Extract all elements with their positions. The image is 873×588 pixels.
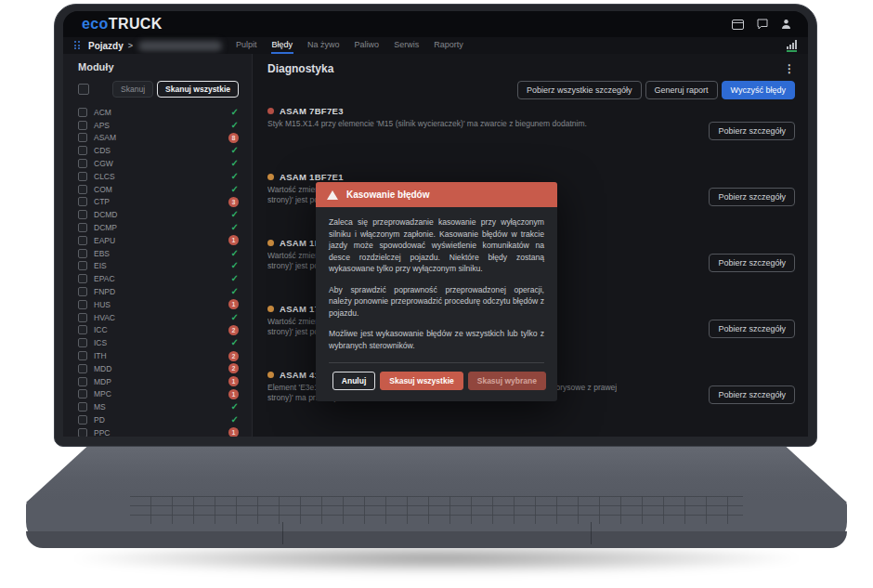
module-label: ICS [94,338,107,347]
module-checkbox[interactable] [78,223,87,232]
module-row-acm: ACM✓ [78,106,239,119]
diagnostics-header: Diagnostyka ⋮ [267,61,795,76]
module-row-com: COM✓ [78,183,239,196]
clear-all-button[interactable]: Skasuj wszystkie [380,372,463,390]
error-entry-head: ASAM 1BF7E1 [267,171,795,182]
error-count-badge: 2 [228,363,239,373]
ok-check-icon: ✓ [231,415,239,425]
tab-serwis[interactable]: Serwis [393,37,420,54]
module-checkbox[interactable] [78,364,87,373]
module-label: ITH [94,351,107,360]
laptop-keyboard-deck [26,447,847,503]
module-checkbox[interactable] [78,325,87,334]
kebab-menu-icon[interactable]: ⋮ [784,63,795,74]
module-label: APS [94,121,110,130]
window-icon[interactable] [732,20,744,30]
diagnostics-actions: Pobierz wszystkie szczegóły Generuj rapo… [267,81,795,99]
chat-icon[interactable] [757,19,768,30]
apps-grid-icon[interactable] [74,41,81,50]
generate-report-button[interactable]: Generuj raport [645,81,718,99]
sidebar-controls: Skanuj Skanuj wszystkie [78,81,239,98]
module-row-clcs: CLCS✓ [78,170,239,183]
error-count-badge: 1 [228,299,239,309]
modal-title: Kasowanie błędów [346,189,429,200]
scan-all-button[interactable]: Skanuj wszystkie [157,81,239,98]
module-row-cgw: CGW✓ [78,157,239,170]
module-label: COM [94,185,112,194]
module-row-pd: PD✓ [78,413,239,426]
tab-paliwo[interactable]: Paliwo [354,37,381,54]
module-row-eapu: EAPU1 [78,234,239,247]
module-checkbox[interactable] [78,249,87,258]
tab-błędy[interactable]: Błędy [271,37,294,54]
trackpad-divider-left [282,522,283,544]
download-details-button[interactable]: Pobierz szczegóły [709,122,795,140]
module-row-ebs: EBS✓ [78,247,239,260]
module-label: MDP [94,377,111,386]
sidebar-buttons: Skanuj Skanuj wszystkie [112,81,239,98]
module-checkbox[interactable] [78,197,87,206]
severity-dot-icon [267,108,274,114]
download-all-details-button[interactable]: Pobierz wszystkie szczegóły [517,81,642,99]
download-details-button[interactable]: Pobierz szczegóły [709,385,795,404]
cancel-button[interactable]: Anuluj [332,372,375,390]
tab-pulpit[interactable]: Pulpit [235,37,258,54]
download-details-button[interactable]: Pobierz szczegóły [709,320,795,338]
module-checkbox[interactable] [78,185,87,194]
clear-errors-button[interactable]: Wyczyść błędy [722,81,795,99]
download-details-button[interactable]: Pobierz szczegóły [709,254,795,272]
breadcrumb[interactable]: Pojazdy [88,41,124,51]
module-checkbox[interactable] [78,210,87,219]
module-row-cds: CDS✓ [78,144,239,157]
module-row-fnpd: FNPD✓ [78,285,239,298]
user-icon[interactable] [781,19,791,30]
module-label: MDD [94,364,111,373]
module-label: ACM [94,108,111,117]
module-checkbox[interactable] [78,428,87,437]
error-count-badge: 2 [228,325,239,335]
error-count-badge: 2 [228,351,239,361]
titlebar-icons [732,19,791,30]
module-row-hvac: HVAC✓ [78,311,239,324]
logo-truck: TRUCK [109,16,163,32]
module-checkbox[interactable] [78,133,87,142]
module-label: PPC [94,428,110,437]
module-checkbox[interactable] [78,287,87,296]
module-label: FNPD [94,287,115,296]
module-checkbox[interactable] [78,389,87,399]
ok-check-icon: ✓ [231,338,239,347]
module-checkbox[interactable] [78,159,87,168]
module-checkbox[interactable] [78,351,87,360]
module-checkbox[interactable] [78,172,87,181]
signal-bars-icon[interactable] [787,40,797,52]
module-checkbox[interactable] [78,236,87,245]
module-label: MPC [94,389,111,399]
select-all-checkbox[interactable] [78,84,89,95]
module-checkbox[interactable] [78,121,87,130]
error-count-badge: 1 [228,235,239,245]
tab-na-żywo[interactable]: Na żywo [306,37,341,54]
module-checkbox[interactable] [78,300,87,309]
vehicle-name-redacted[interactable] [138,41,222,51]
module-label: DCMD [94,210,118,219]
module-label: HUS [94,300,111,309]
page-title: Diagnostyka [267,62,333,75]
module-checkbox[interactable] [78,402,87,412]
module-row-epac: EPAC✓ [78,272,239,285]
module-checkbox[interactable] [78,338,87,347]
tab-raporty[interactable]: Raporty [433,37,464,54]
module-row-hus: HUS1 [78,298,239,311]
module-checkbox[interactable] [78,261,87,270]
module-label: DCMP [94,223,117,232]
module-checkbox[interactable] [78,415,87,425]
error-count-badge: 3 [228,197,239,207]
module-checkbox[interactable] [78,377,87,386]
clear-selected-button[interactable]: Skasuj wybrane [468,372,546,390]
module-checkbox[interactable] [78,146,87,155]
module-row-icc: ICC2 [78,324,239,337]
module-checkbox[interactable] [78,274,87,283]
module-checkbox[interactable] [78,108,87,117]
scan-button[interactable]: Skanuj [112,81,153,98]
module-checkbox[interactable] [78,313,87,322]
download-details-button[interactable]: Pobierz szczegóły [709,188,795,206]
